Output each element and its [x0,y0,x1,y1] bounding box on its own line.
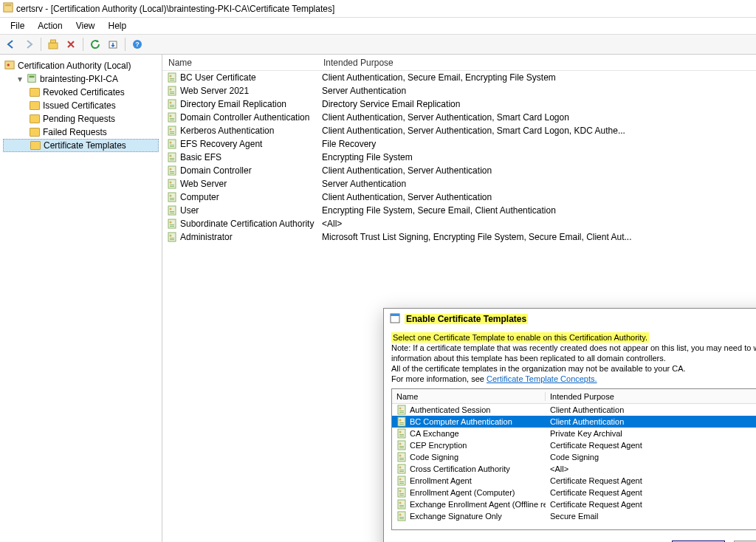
svg-rect-53 [170,211,174,212]
dialog-template-row[interactable]: Enrollment Agent (Computer)Certificate R… [392,487,756,498]
svg-rect-15 [168,86,176,95]
title-bar: certsrv - [Certification Authority (Loca… [0,0,756,18]
svg-rect-83 [399,458,404,459]
tree-root-label: Certification Authority (Local) [18,61,131,71]
cert-authority-icon [4,60,15,72]
svg-rect-79 [399,446,404,447]
svg-point-24 [170,115,172,117]
svg-point-32 [170,142,172,144]
template-row[interactable]: BC User CertificateClient Authentication… [162,71,756,84]
svg-rect-57 [170,224,174,225]
help-button[interactable]: ? [129,36,145,52]
template-purpose: Microsoft Trust List Signing, Encrypting… [317,232,756,242]
template-purpose: Client Authentication, Server Authentica… [317,165,756,176]
svg-point-86 [399,467,402,469]
svg-rect-18 [170,93,174,94]
svg-rect-50 [170,199,174,200]
dialog-template-row[interactable]: Exchange Signature OnlySecure Email [392,510,756,522]
dialog-template-row[interactable]: Enrollment AgentCertificate Request Agen… [392,475,756,487]
tree-root[interactable]: Certification Authority (Local) [3,59,159,72]
window-title: certsrv - [Certification Authority (Loca… [16,4,334,14]
svg-rect-37 [170,158,174,159]
svg-rect-14 [170,80,174,80]
dialog-template-row[interactable]: Exchange Enrollment Agent (Offline reque… [392,498,756,510]
svg-rect-68 [399,412,404,413]
template-row[interactable]: Kerberos AuthenticationClient Authentica… [162,124,756,137]
template-icon [396,464,407,474]
up-level-button[interactable] [45,36,61,52]
dialog-template-name: Authenticated Session [410,405,490,414]
template-row[interactable]: Domain ControllerClient Authentication, … [162,164,756,177]
template-purpose: Server Authentication [317,86,756,96]
expander-icon[interactable]: ▾ [16,74,24,84]
template-row[interactable]: Domain Controller AuthenticationClient A… [162,111,756,124]
template-row[interactable]: Subordinate Certification Authority<All> [162,217,756,230]
dialog-col-name[interactable]: Name [392,392,546,401]
menu-view[interactable]: View [70,19,101,32]
template-row[interactable]: Directory Email ReplicationDirectory Ser… [162,97,756,111]
separator [83,38,83,51]
template-purpose: Client Authentication, Server Authentica… [317,192,756,202]
svg-point-44 [170,182,172,184]
template-row[interactable]: ComputerClient Authentication, Server Au… [162,191,756,204]
dialog-template-row[interactable]: BC Computer AuthenticationClient Authent… [392,416,756,428]
template-icon [167,232,177,242]
dialog-titlebar[interactable]: Enable Certificate Templates ✕ [384,309,756,329]
svg-rect-84 [399,459,404,460]
menu-action[interactable]: Action [32,19,68,32]
delete-button[interactable] [63,36,79,52]
back-button[interactable] [3,36,19,52]
template-icon [396,499,407,510]
dialog-template-row[interactable]: CA ExchangePrivate Key Archival [392,428,756,439]
template-icon [167,179,177,189]
tree-item[interactable]: Failed Requests [3,126,159,139]
tree-item[interactable]: Pending Requests [3,112,159,126]
template-row[interactable]: Web Server 2021Server Authentication [162,84,756,97]
dialog-template-row[interactable]: Code SigningCode Signing [392,451,756,463]
svg-rect-45 [170,185,174,185]
dialog-col-purpose[interactable]: Intended Purpose [546,392,756,401]
tree-item[interactable]: Revoked Certificates [3,86,159,99]
tree-item[interactable]: Issued Certificates [3,99,159,112]
svg-rect-47 [168,193,176,202]
svg-rect-85 [398,464,405,473]
svg-rect-49 [170,198,174,199]
tree-item-label: Pending Requests [43,114,115,124]
svg-rect-43 [168,179,176,188]
list-pane: Name Intended Purpose BC User Certificat… [162,55,756,542]
svg-point-78 [399,443,402,445]
export-button[interactable] [105,36,121,52]
dialog-template-row[interactable]: Authenticated SessionClient Authenticati… [392,404,756,416]
folder-icon [30,128,40,137]
dialog-template-name: CEP Encryption [410,441,467,450]
col-purpose[interactable]: Intended Purpose [317,58,756,68]
svg-rect-73 [398,429,405,438]
svg-point-94 [399,490,402,493]
template-row[interactable]: Basic EFSEncrypting File System [162,151,756,164]
tree-item[interactable]: Certificate Templates [3,139,159,152]
svg-rect-1 [5,4,12,7]
svg-rect-19 [168,100,176,109]
template-row[interactable]: Web ServerServer Authentication [162,177,756,191]
folder-icon [30,101,40,110]
template-row[interactable]: AdministratorMicrosoft Trust List Signin… [162,230,756,244]
template-name: User [180,205,199,216]
dialog-template-purpose: Client Authentication [546,417,756,426]
template-row[interactable]: UserEncrypting File System, Secure Email… [162,204,756,217]
refresh-button[interactable] [87,36,103,52]
col-name[interactable]: Name [162,58,317,68]
dialog-list-header: Name Intended Purpose [392,389,756,404]
forward-button[interactable] [21,36,37,52]
template-name: BC User Certificate [180,72,256,83]
dialog-template-row[interactable]: CEP EncryptionCertificate Request Agent [392,439,756,451]
template-concepts-link[interactable]: Certificate Template Concepts. [487,374,597,383]
menu-file[interactable]: File [4,19,30,32]
template-row[interactable]: EFS Recovery AgentFile Recovery [162,137,756,151]
svg-rect-3 [51,40,56,43]
separator [41,38,41,51]
dialog-template-name: Enrollment Agent (Computer) [410,488,515,497]
menu-help[interactable]: Help [103,19,133,32]
dialog-template-row[interactable]: Cross Certification Authority<All> [392,463,756,475]
svg-point-36 [170,155,172,157]
tree-ca[interactable]: ▾ braintesting-PKI-CA [3,72,159,86]
